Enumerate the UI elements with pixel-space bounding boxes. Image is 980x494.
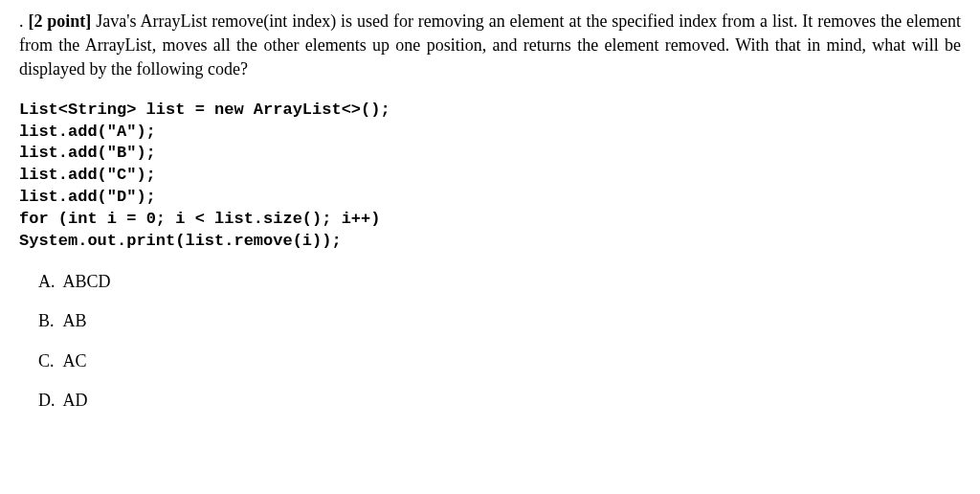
code-line-6b: i = 0; i < list.size(); i++) — [98, 210, 381, 228]
option-label-b: B. — [38, 309, 59, 333]
code-line-4: list.add("C"); — [19, 166, 156, 184]
option-label-c: C. — [38, 349, 59, 373]
code-line-6a: ( — [49, 210, 68, 228]
code-line-7: System.out.print(list.remove(i)); — [19, 232, 342, 250]
code-line-1a: List<String> list = — [19, 101, 214, 119]
code-line-3: list.add("B"); — [19, 144, 156, 162]
code-line-5: list.add("D"); — [19, 188, 156, 206]
option-text-d: AD — [63, 391, 88, 410]
option-d: D. AD — [38, 389, 961, 413]
code-line-1b: ArrayList<>(); — [244, 101, 390, 119]
code-keyword-new: new — [214, 101, 244, 119]
code-keyword-for: for — [19, 210, 49, 228]
option-label-a: A. — [38, 270, 59, 294]
answer-options: A. ABCD B. AB C. AC D. AD — [19, 270, 961, 413]
option-text-c: AC — [63, 351, 87, 370]
question-points: [2 point] — [28, 11, 91, 31]
option-text-b: AB — [63, 311, 87, 330]
option-text-a: ABCD — [63, 272, 111, 291]
question-prompt: . [2 point] Java's ArrayList remove(int … — [19, 10, 961, 82]
option-a: A. ABCD — [38, 270, 961, 294]
code-keyword-int: int — [68, 210, 98, 228]
option-c: C. AC — [38, 349, 961, 373]
option-b: B. AB — [38, 309, 961, 333]
code-block: List<String> list = new ArrayList<>(); l… — [19, 100, 961, 254]
option-label-d: D. — [38, 389, 59, 413]
question-body: Java's ArrayList remove(int index) is us… — [19, 11, 961, 79]
question-prefix: . — [19, 11, 24, 31]
code-line-2: list.add("A"); — [19, 123, 156, 141]
